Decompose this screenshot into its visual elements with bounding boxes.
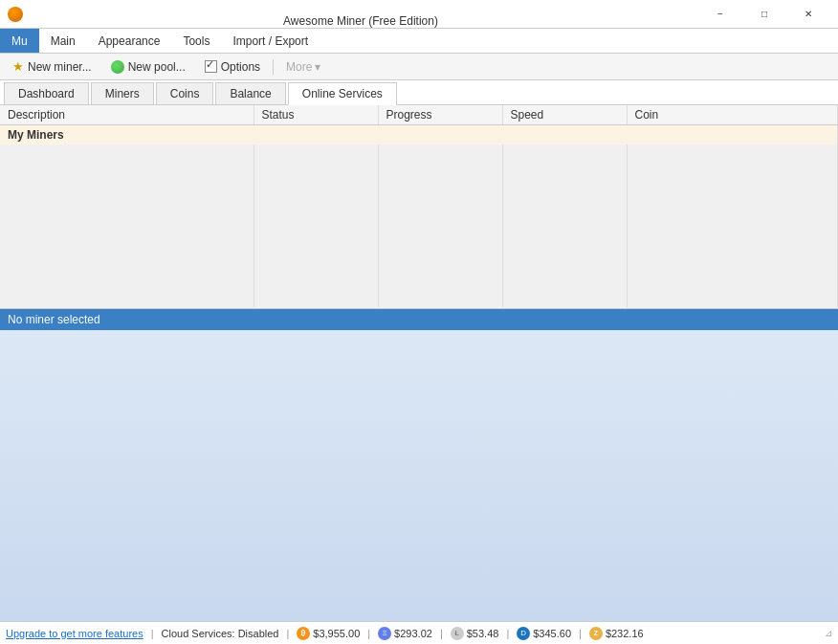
ltc-icon: Ł [451,627,464,640]
window-title: Awesome Miner (Free Edition) [283,14,438,28]
menu-item-importexport[interactable]: Import / Export [221,29,320,53]
menu-bar: Mu Main Appearance Tools Import / Export [0,29,838,54]
cloud-services-label: Cloud Services: Disabled [162,628,279,639]
new-miner-label: New miner... [28,60,92,74]
tab-online-services[interactable]: Online Services [288,82,397,105]
options-button[interactable]: Options [196,56,269,78]
app-icon [8,7,23,22]
tab-dashboard[interactable]: Dashboard [4,82,89,104]
menu-label-importexport: Import / Export [232,34,308,48]
new-miner-icon: ★ [12,59,24,74]
new-miner-button[interactable]: ★ New miner... [4,56,100,78]
menu-label-mu: Mu [11,34,28,48]
zec-icon: Z [589,627,603,640]
eth-value: $293.02 [394,628,432,639]
dash-icon: D [517,627,530,640]
more-button[interactable]: More ▾ [277,56,329,78]
menu-item-mu[interactable]: Mu [0,29,39,53]
main-content [0,330,838,622]
new-pool-button[interactable]: New pool... [102,56,194,78]
window-controls: − □ ✕ [698,0,830,29]
minimize-button[interactable]: − [698,0,742,29]
menu-label-main: Main [51,34,76,48]
menu-label-tools: Tools [183,34,210,48]
col-coin: Coin [627,105,838,125]
menu-item-main[interactable]: Main [39,29,87,53]
resize-handle: ⊿ [825,628,832,638]
eth-price: Ξ $293.02 [378,627,432,640]
tab-miners[interactable]: Miners [91,82,154,104]
more-arrow-icon: ▾ [315,60,320,74]
dash-price: D $345.60 [517,627,571,640]
title-bar: Awesome Miner (Free Edition) − □ ✕ [0,0,838,29]
table-container: Description Status Progress Speed Coin M… [0,105,838,309]
status-bar: No miner selected [0,309,838,330]
close-button[interactable]: ✕ [786,0,830,29]
menu-item-appearance[interactable]: Appearance [87,29,172,53]
tab-coins[interactable]: Coins [156,82,214,104]
maximize-button[interactable]: □ [742,0,786,29]
tab-balance[interactable]: Balance [215,82,285,104]
toolbar-separator [273,59,274,75]
ltc-value: $53.48 [467,628,499,639]
zec-price: Z $232.16 [589,627,644,640]
eth-icon: Ξ [378,627,391,640]
status-text: No miner selected [8,313,100,326]
title-bar-left [8,7,23,22]
group-label: My Miners [0,125,838,145]
options-icon [205,60,217,73]
col-status: Status [254,105,378,125]
menu-item-tools[interactable]: Tools [171,29,221,53]
btc-value: $3,955.00 [313,628,360,639]
group-row-my-miners: My Miners [0,125,838,145]
more-label: More [286,60,312,74]
col-description: Description [0,105,254,125]
zec-value: $232.16 [606,628,644,639]
empty-row-1 [0,144,838,307]
btc-icon: ₿ [297,627,310,640]
toolbar: ★ New miner... New pool... Options More … [0,54,838,80]
menu-label-appearance: Appearance [99,34,161,48]
bottom-bar: Upgrade to get more features | Cloud Ser… [0,621,838,644]
upgrade-link[interactable]: Upgrade to get more features [6,628,143,639]
dash-value: $345.60 [533,628,571,639]
ltc-price: Ł $53.48 [451,627,499,640]
miners-table: Description Status Progress Speed Coin M… [0,105,838,308]
col-speed: Speed [502,105,627,125]
new-pool-label: New pool... [128,60,186,74]
options-label: Options [221,60,260,74]
new-pool-icon [111,60,124,74]
tabs: Dashboard Miners Coins Balance Online Se… [0,80,838,105]
btc-price: ₿ $3,955.00 [297,627,360,640]
col-progress: Progress [378,105,502,125]
